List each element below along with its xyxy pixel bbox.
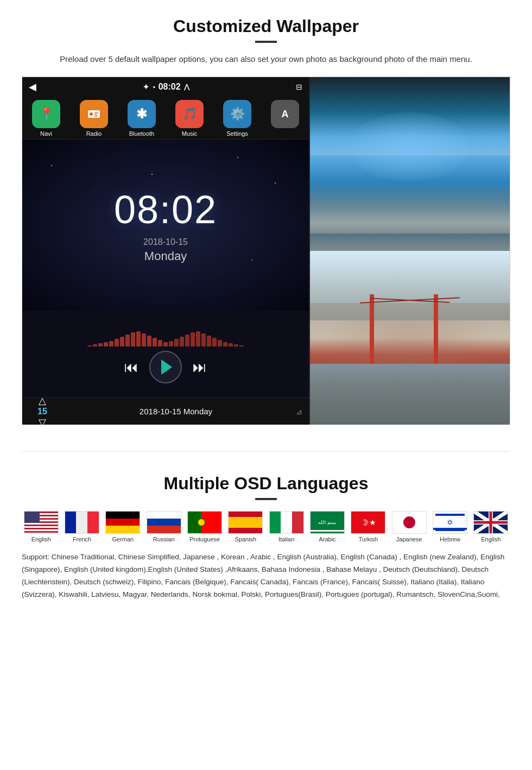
viz-bar (229, 343, 233, 346)
svg-point-2 (91, 113, 92, 115)
ice-cave-img (310, 77, 510, 251)
navi-icon-bg: 📍 (32, 100, 60, 128)
flag-jp (392, 511, 427, 534)
section2-title: Multiple OSD Languages (22, 474, 510, 494)
app-settings[interactable]: ⚙️ Settings (213, 100, 261, 137)
section1-title: Customized Wallpaper (22, 16, 510, 36)
prev-icon[interactable]: ⏮ (124, 359, 138, 376)
flag-russian: Russian (144, 511, 183, 542)
topbar-time: 08:02 (159, 82, 181, 92)
music-label: Music (182, 130, 198, 137)
svg-rect-3 (94, 112, 98, 113)
flag-de-label: German (112, 536, 134, 542)
app-navi[interactable]: 📍 Navi (22, 100, 70, 137)
viz-bar (120, 337, 124, 346)
flag-uk (473, 511, 508, 534)
viz-bar (98, 343, 103, 346)
viz-bar (196, 331, 200, 346)
section-wallpaper: Customized Wallpaper Preload over 5 defa… (0, 0, 532, 435)
music-icon: 🎵 (182, 107, 197, 121)
vol-down-icon[interactable]: ▽ (39, 416, 46, 428)
flag-fr (65, 511, 99, 534)
flag-english-uk: English (472, 511, 510, 542)
viz-bar (163, 342, 168, 346)
viz-bar (115, 339, 119, 346)
viz-bar (239, 345, 244, 346)
flag-uk-label: English (481, 536, 501, 542)
viz-bar (153, 338, 157, 346)
flag-jp-label: Japanese (396, 536, 422, 542)
viz-bar (131, 332, 135, 346)
extra-icon-bg: A (271, 100, 299, 128)
flag-tr-label: Turkish (358, 536, 378, 542)
flag-es-label: Spanish (235, 536, 256, 542)
next-icon[interactable]: ⏭ (193, 359, 207, 376)
flag-arabic: بسم الله Arabic (308, 511, 346, 542)
flag-il: ✡ (433, 511, 467, 534)
navi-icon: 📍 (39, 107, 54, 121)
viz-bar (180, 337, 184, 346)
viz-bar (185, 334, 189, 346)
flag-us-label: English (31, 536, 51, 542)
wallpaper-bridge (310, 251, 510, 425)
title-underline2 (255, 498, 277, 500)
back-icon[interactable]: ◀ (29, 81, 36, 93)
flag-pt (187, 511, 222, 534)
bluetooth-icon: ✱ (136, 106, 147, 122)
flag-fr-label: French (73, 536, 91, 542)
flag-it-label: Italian (278, 536, 294, 542)
viz-bar (218, 340, 222, 346)
play-icon (161, 359, 172, 375)
topbar-left: ◀ (29, 81, 36, 93)
clock-day: Monday (144, 249, 187, 263)
app-bluetooth[interactable]: ✱ Bluetooth (118, 100, 166, 137)
viz-bar (169, 341, 173, 346)
viz-bar (191, 332, 195, 346)
viz-bar (207, 336, 211, 346)
topbar-right: ⊟ (296, 83, 302, 91)
screen-bottom: △ 15 ▽ 2018-10-15 Monday ⊿ (22, 397, 309, 425)
minimize-icon: ⊟ (296, 83, 302, 91)
support-text: Support: Chinese Traditional, Chinese Si… (22, 551, 510, 601)
bluetooth-icon-bg: ✱ (128, 100, 156, 128)
clock-date: 2018-10-15 (143, 237, 188, 247)
flag-ar-label: Arabic (319, 536, 335, 542)
viz-bar (234, 344, 238, 346)
play-button[interactable] (149, 351, 182, 383)
flag-it (269, 511, 304, 534)
flag-ar: بسم الله (310, 511, 345, 534)
car-screen: ◀ ✦ ▪ 08:02 ⋀ ⊟ 📍 Navi (22, 77, 310, 425)
settings-label: Settings (226, 130, 248, 137)
bottom-date: 2018-10-15 Monday (56, 407, 296, 416)
screen-main: 08:02 2018-10-15 Monday (22, 140, 309, 311)
viz-bar (174, 339, 179, 346)
viz-bar (147, 336, 151, 346)
wallpaper-demo: ◀ ✦ ▪ 08:02 ⋀ ⊟ 📍 Navi (22, 77, 510, 424)
app-radio[interactable]: Radio (70, 100, 118, 137)
viz-bar (104, 342, 108, 346)
settings-icon: ⚙️ (230, 107, 245, 121)
wallpaper-ice-cave (310, 77, 510, 251)
flag-de (105, 511, 140, 534)
expand-icon: ⋀ (184, 83, 189, 91)
volume-control: △ 15 ▽ (29, 395, 56, 428)
viz-bar (125, 334, 130, 346)
section-languages: Multiple OSD Languages English French Ge… (0, 468, 532, 612)
volume-number: 15 (37, 407, 47, 416)
app-music[interactable]: 🎵 Music (166, 100, 213, 137)
bridge-img (310, 251, 510, 425)
title-underline (255, 41, 277, 43)
flag-japanese: Japanese (390, 511, 428, 542)
svg-rect-5 (94, 116, 98, 117)
radio-icon (80, 100, 108, 128)
flag-pt-label: Protuguese (189, 536, 220, 542)
flag-ru-label: Russian (153, 536, 175, 542)
topbar-center: ✦ ▪ 08:02 ⋀ (143, 82, 189, 92)
viz-bar (158, 340, 162, 346)
app-extra[interactable]: A (261, 100, 309, 137)
music-visualizer (28, 325, 303, 346)
viz-bar (142, 333, 146, 346)
flag-us (24, 511, 59, 534)
flag-french: French (62, 511, 101, 542)
viz-bar (201, 333, 206, 346)
